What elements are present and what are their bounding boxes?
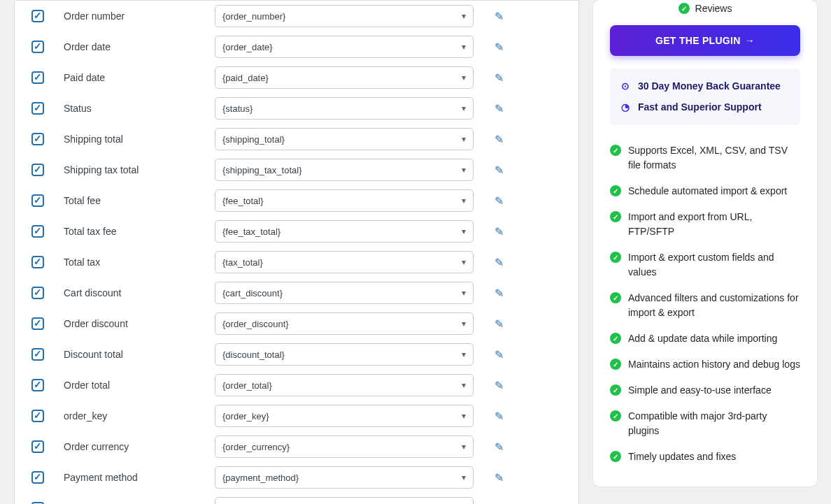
field-checkbox[interactable] [31,102,44,115]
field-select[interactable]: {order_total}▾ [215,374,474,396]
edit-cell: ✎ [485,194,513,208]
field-label: Order date [64,41,204,52]
field-checkbox[interactable] [31,287,44,299]
pencil-icon[interactable]: ✎ [495,10,504,23]
field-label: Paid date [64,72,204,83]
field-checkbox[interactable] [31,164,44,176]
cta-label: GET THE PLUGIN [655,35,741,46]
field-row: Status{status}▾✎ [31,93,562,124]
field-value: {order_date} [222,42,273,52]
field-row: Order currency{order_currency}▾✎ [31,431,562,462]
field-checkbox[interactable] [31,71,44,84]
chevron-down-icon: ▾ [462,350,466,359]
field-checkbox[interactable] [31,317,44,330]
check-icon: ✓ [610,384,621,396]
pencil-icon[interactable]: ✎ [495,379,504,392]
field-label: Shipping total [64,134,204,145]
chevron-down-icon: ▾ [462,257,466,267]
field-select[interactable]: {order_currency}▾ [215,435,474,458]
field-select[interactable]: {fee_total}▾ [215,189,474,212]
pencil-icon[interactable]: ✎ [495,71,504,85]
pencil-icon[interactable]: ✎ [495,102,504,115]
field-select[interactable]: {cart_discount}▾ [215,282,474,304]
field-checkbox[interactable] [31,225,44,238]
field-select[interactable]: {tax_total}▾ [215,251,474,273]
pencil-icon[interactable]: ✎ [495,194,504,208]
select-cell: {status}▾ [215,97,474,120]
field-checkbox[interactable] [31,471,44,484]
field-value: {cart_discount} [222,288,283,298]
checkbox-cell [31,287,52,299]
checkbox-cell [31,471,52,484]
select-cell: {payment_method}▾ [215,466,474,489]
field-label: Order discount [64,318,204,329]
field-checkbox[interactable] [31,194,44,207]
pencil-icon[interactable]: ✎ [495,133,504,146]
field-select[interactable]: {order_date}▾ [215,36,474,58]
field-value: {tax_total} [222,257,263,268]
pencil-icon[interactable]: ✎ [495,471,504,484]
edit-cell: ✎ [485,133,513,146]
edit-cell: ✎ [485,225,513,238]
check-icon: ✓ [610,211,621,222]
get-plugin-button[interactable]: GET THE PLUGIN → [610,25,800,56]
field-row: Order total{order_total}▾✎ [31,370,562,401]
field-select[interactable]: {order_key}▾ [215,405,474,427]
pencil-icon[interactable]: ✎ [495,164,504,177]
feature-item: ✓Maintains action history and debug logs [610,352,800,377]
field-label: Order number [64,10,204,22]
pencil-icon[interactable]: ✎ [495,41,504,54]
edit-cell: ✎ [485,71,513,85]
chevron-down-icon: ▾ [462,442,466,452]
edit-cell: ✎ [485,502,513,505]
feature-text: Simple and easy-to-use interface [628,383,772,398]
select-cell: {order_discount}▾ [215,312,474,335]
field-value: {paid_date} [222,73,269,83]
check-icon: ✓ [679,3,690,14]
field-row: Payment method{payment_method}▾✎ [31,462,562,493]
check-icon: ✓ [610,145,621,156]
field-select[interactable]: {payment_method}▾ [215,466,474,489]
field-checkbox[interactable] [31,440,44,453]
pencil-icon[interactable]: ✎ [495,348,504,361]
feature-text: Add & update data while importing [628,331,777,346]
edit-cell: ✎ [485,379,513,392]
field-select[interactable]: {payment_method_title}▾ [215,497,474,504]
field-select[interactable]: {order_discount}▾ [215,312,474,335]
field-checkbox[interactable] [31,41,44,53]
feature-text: Schedule automated import & export [628,184,787,199]
chevron-down-icon: ▾ [462,226,466,236]
field-select[interactable]: {status}▾ [215,97,474,120]
pencil-icon[interactable]: ✎ [495,287,504,300]
pencil-icon[interactable]: ✎ [495,256,504,269]
checkbox-cell [31,10,52,22]
guarantee-item: ⊙30 Day Money Back Guarantee [620,80,790,94]
select-cell: {discount_total}▾ [215,343,474,366]
field-checkbox[interactable] [31,10,44,22]
field-checkbox[interactable] [31,256,44,268]
fields-panel: Order number{order_number}▾✎Order date{o… [14,0,579,504]
pencil-icon[interactable]: ✎ [495,440,504,454]
pencil-icon[interactable]: ✎ [495,502,504,505]
pencil-icon[interactable]: ✎ [495,225,504,238]
field-select[interactable]: {paid_date}▾ [215,66,474,89]
field-checkbox[interactable] [31,133,44,145]
field-select[interactable]: {shipping_tax_total}▾ [215,159,474,181]
pencil-icon[interactable]: ✎ [495,317,504,331]
select-cell: {tax_total}▾ [215,251,474,273]
select-cell: {shipping_tax_total}▾ [215,159,474,181]
field-checkbox[interactable] [31,348,44,361]
check-icon: ✓ [610,292,621,303]
field-checkbox[interactable] [31,379,44,391]
pencil-icon[interactable]: ✎ [495,410,504,423]
field-select[interactable]: {shipping_total}▾ [215,128,474,150]
field-value: {shipping_tax_total} [222,165,301,175]
chevron-down-icon: ▾ [462,380,466,390]
field-select[interactable]: {discount_total}▾ [215,343,474,366]
field-select[interactable]: {fee_tax_total}▾ [215,220,474,243]
field-label: Discount total [64,349,204,360]
reviews-label: Reviews [695,3,732,14]
field-checkbox[interactable] [31,410,44,422]
field-select[interactable]: {order_number}▾ [215,5,474,27]
field-label: Total tax [64,257,204,268]
